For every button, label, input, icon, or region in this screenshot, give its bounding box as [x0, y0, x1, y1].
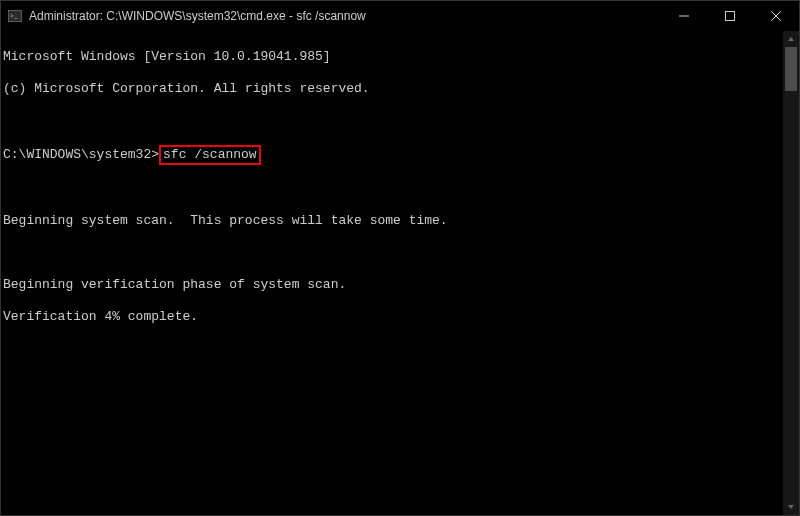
minimize-button[interactable] [661, 1, 707, 31]
prompt-line: C:\WINDOWS\system32>sfc /scannow [3, 145, 783, 165]
maximize-button[interactable] [707, 1, 753, 31]
scroll-thumb[interactable] [785, 47, 797, 91]
verify-progress-line: Verification 4% complete. [3, 309, 783, 325]
svg-marker-7 [788, 505, 794, 509]
console-area: Microsoft Windows [Version 10.0.19041.98… [1, 31, 799, 515]
verify-begin-line: Beginning verification phase of system s… [3, 277, 783, 293]
window-title: Administrator: C:\WINDOWS\system32\cmd.e… [29, 9, 366, 23]
blank-line [3, 181, 783, 197]
svg-text:>_: >_ [10, 12, 18, 20]
titlebar[interactable]: >_ Administrator: C:\WINDOWS\system32\cm… [1, 1, 799, 31]
command-highlight: sfc /scannow [159, 145, 261, 165]
prompt-text: C:\WINDOWS\system32> [3, 147, 159, 162]
blank-line [3, 113, 783, 129]
scroll-track[interactable] [783, 47, 799, 499]
svg-marker-6 [788, 37, 794, 41]
command-text: sfc /scannow [163, 147, 257, 162]
svg-rect-3 [726, 12, 735, 21]
scan-begin-line: Beginning system scan. This process will… [3, 213, 783, 229]
blank-line [3, 245, 783, 261]
console-output[interactable]: Microsoft Windows [Version 10.0.19041.98… [1, 31, 783, 515]
scroll-down-button[interactable] [783, 499, 799, 515]
title-left: >_ Administrator: C:\WINDOWS\system32\cm… [7, 8, 366, 24]
scroll-up-button[interactable] [783, 31, 799, 47]
version-line: Microsoft Windows [Version 10.0.19041.98… [3, 49, 783, 65]
close-button[interactable] [753, 1, 799, 31]
cmd-icon: >_ [7, 8, 23, 24]
copyright-line: (c) Microsoft Corporation. All rights re… [3, 81, 783, 97]
window-controls [661, 1, 799, 31]
vertical-scrollbar[interactable] [783, 31, 799, 515]
cmd-window: >_ Administrator: C:\WINDOWS\system32\cm… [0, 0, 800, 516]
